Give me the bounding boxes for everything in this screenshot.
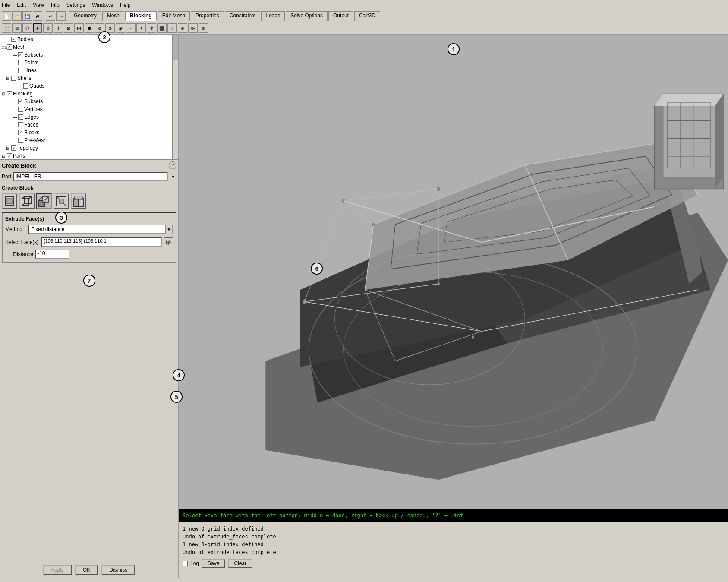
tb-block9[interactable]: ⬢ — [85, 23, 94, 33]
create-block-panel: Create Block ? Part IMPELLER ▼ Create Bl… — [0, 160, 178, 562]
tree-item-subsets-mesh: — Subsets — [2, 51, 176, 59]
menu-file[interactable]: File — [2, 2, 10, 8]
tb-block20[interactable]: ⊛ — [199, 23, 208, 33]
clear-button[interactable]: Clear — [228, 559, 252, 568]
tree-scrollbar[interactable] — [172, 35, 178, 159]
checkbox-blocks[interactable] — [18, 130, 23, 135]
tab-edit-mesh[interactable]: Edit Mesh — [158, 11, 190, 21]
expand-shells[interactable]: ⊟ — [6, 76, 10, 81]
tab-constraints[interactable]: Constraints — [225, 11, 261, 21]
expand-topology[interactable]: ⊟ — [6, 146, 10, 151]
tb-block5[interactable]: ⊙ — [43, 23, 53, 33]
scrollbar-thumb[interactable] — [173, 35, 178, 60]
checkbox-points[interactable] — [18, 60, 23, 65]
tb-block6[interactable]: ✛ — [54, 23, 63, 33]
checkbox-vertices[interactable] — [18, 107, 23, 112]
tb-print[interactable]: 🖨 — [33, 11, 42, 21]
tree-item-shells: ⊟ Shells — [2, 74, 176, 82]
annotation-1: 1 — [448, 43, 460, 55]
tb-block7[interactable]: ⊠ — [64, 23, 73, 33]
tb-block17[interactable]: ⟐ — [167, 23, 177, 33]
select-faces-input[interactable]: {106 110 113 115} {106 110 1 — [41, 237, 162, 247]
checkbox-shells[interactable] — [11, 76, 16, 81]
checkbox-topology[interactable] — [11, 146, 16, 151]
tb-block19[interactable]: ⟴ — [188, 23, 198, 33]
distance-input[interactable]: -10 — [35, 250, 69, 259]
tree-item-lines: Lines — [2, 66, 176, 74]
block-icon-extrude[interactable] — [36, 193, 52, 209]
checkbox-subsets-mesh[interactable] — [18, 52, 23, 57]
expand-subsets-blocking[interactable]: — — [13, 99, 17, 104]
toolbar-area: 📄 📂 💾 🖨 ↩ ↪ Geometry Mesh Blocking Edit … — [0, 10, 728, 35]
expand-bodies[interactable]: — — [6, 37, 10, 42]
label-lines: Lines — [24, 67, 37, 73]
expand-subsets-mesh[interactable]: — — [13, 53, 17, 57]
part-dropdown-arrow[interactable]: ▼ — [170, 172, 176, 181]
tb-block18[interactable]: ⊘ — [178, 23, 187, 33]
tb-block15[interactable]: ❋ — [147, 23, 156, 33]
tb-block8[interactable]: ⋈ — [74, 23, 84, 33]
menu-edit[interactable]: Edit — [17, 2, 26, 8]
checkbox-parts[interactable] — [7, 153, 12, 158]
tb-block4[interactable]: ◈ — [33, 23, 42, 33]
method-select-arrow[interactable]: ▼ — [165, 225, 172, 234]
menu-help[interactable]: Help — [120, 2, 131, 8]
tb-block14[interactable]: ✦ — [136, 23, 146, 33]
tab-output[interactable]: Output — [328, 11, 353, 21]
tab-geometry[interactable]: Geometry — [69, 11, 101, 21]
tab-cart3d[interactable]: Cart3D — [354, 11, 380, 21]
expand-blocks[interactable]: — — [13, 130, 17, 135]
block-icon-2d[interactable] — [2, 193, 17, 209]
checkbox-edges[interactable] — [18, 114, 23, 120]
annotation-4: 4 — [173, 369, 185, 381]
svg-line-9 — [39, 197, 42, 200]
tb-block2[interactable]: ⊞ — [12, 23, 22, 33]
dismiss-button[interactable]: Dismiss — [101, 565, 135, 575]
checkbox-pre-mesh[interactable] — [18, 138, 23, 143]
tb-block12[interactable]: ◉ — [116, 23, 125, 33]
checkbox-mesh[interactable] — [7, 44, 12, 50]
save-button[interactable]: Save — [202, 559, 225, 568]
tree-item-vertices: Vertices — [2, 105, 176, 113]
tab-mesh[interactable]: Mesh — [102, 11, 124, 21]
checkbox-bodies[interactable] — [11, 37, 16, 42]
apply-button[interactable]: Apply — [43, 565, 72, 575]
menu-bar: File Edit View Info Settings Windows Hel… — [0, 0, 728, 10]
tb-new[interactable]: 📄 — [2, 11, 11, 21]
tab-properties[interactable]: Properties — [191, 11, 224, 21]
menu-settings[interactable]: Settings — [66, 2, 85, 8]
checkbox-faces[interactable] — [18, 122, 23, 127]
panel-header: Create Block ? — [2, 161, 176, 169]
ok-button[interactable]: OK — [75, 565, 98, 575]
expand-mesh[interactable]: □⊞ — [2, 45, 6, 50]
menu-view[interactable]: View — [33, 2, 44, 8]
tb-block3[interactable]: ⬡ — [22, 23, 32, 33]
log-checkbox[interactable] — [183, 561, 188, 566]
checkbox-subsets-blocking[interactable] — [18, 99, 23, 104]
tb-open[interactable]: 📂 — [12, 11, 22, 21]
tab-blocking[interactable]: Blocking — [125, 11, 157, 21]
block-icon-3d[interactable] — [19, 193, 35, 209]
checkbox-lines[interactable] — [18, 68, 23, 73]
block-icon-ogrid[interactable] — [54, 193, 69, 209]
expand-edges[interactable]: — — [13, 115, 17, 120]
tb-block13[interactable]: ⋆ — [126, 23, 136, 33]
tb-undo[interactable]: ↩ — [46, 11, 55, 21]
viewport[interactable]: 1 6 — [179, 35, 728, 509]
expand-blocking[interactable]: ⊟ — [2, 92, 6, 96]
tb-redo[interactable]: ↪ — [56, 11, 66, 21]
checkbox-blocking[interactable] — [7, 91, 12, 96]
tab-solve-options[interactable]: Solve Options — [286, 11, 328, 21]
menu-info[interactable]: Info — [51, 2, 60, 8]
block-icon-split[interactable] — [71, 193, 86, 209]
help-icon[interactable]: ? — [169, 161, 176, 169]
tb-block16[interactable]: ⬛ — [157, 23, 167, 33]
checkbox-quads[interactable] — [23, 83, 28, 89]
method-select-wrapper[interactable]: Fixed distance ▼ — [28, 225, 173, 234]
expand-parts[interactable]: ⊟ — [2, 154, 6, 158]
tab-loads[interactable]: Loads — [261, 11, 285, 21]
menu-windows[interactable]: Windows — [92, 2, 113, 8]
tb-block1[interactable]: ⬚ — [2, 23, 11, 33]
tb-save[interactable]: 💾 — [22, 11, 32, 21]
select-faces-button[interactable] — [164, 237, 173, 247]
